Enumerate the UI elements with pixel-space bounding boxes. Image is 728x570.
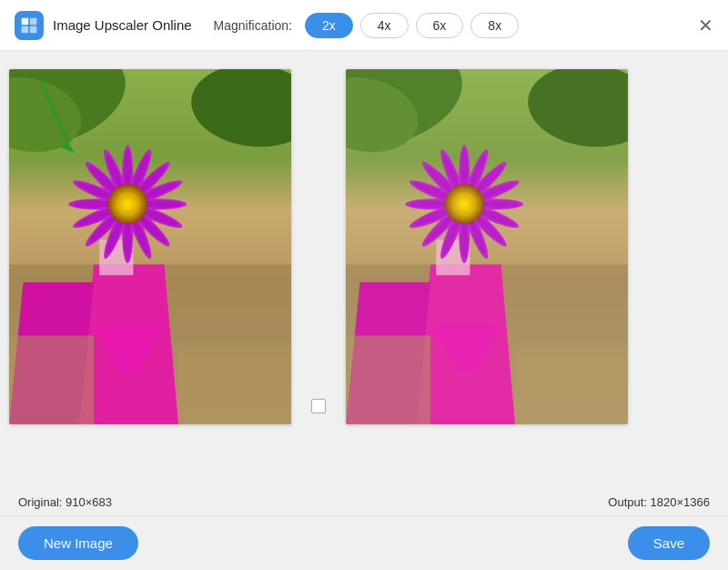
center-divider xyxy=(291,69,346,424)
output-label: Output: 1820×1366 xyxy=(391,494,719,510)
close-button[interactable]: ✕ xyxy=(698,16,713,35)
original-label: Original: 910×683 xyxy=(9,494,337,510)
original-label-text: Original: 910×683 xyxy=(18,495,112,509)
arrow-svg xyxy=(36,78,91,160)
arrow-indicator xyxy=(36,78,91,164)
svg-rect-0 xyxy=(22,17,29,25)
output-image-wrapper xyxy=(346,69,628,424)
compare-checkbox[interactable] xyxy=(311,399,326,413)
app-icon-svg xyxy=(20,16,38,35)
svg-line-4 xyxy=(41,83,68,142)
svg-rect-2 xyxy=(30,25,37,33)
save-button[interactable]: Save xyxy=(628,526,710,560)
mag-4x-button[interactable]: 4x xyxy=(360,13,409,38)
magnification-buttons: 2x 4x 6x 8x xyxy=(305,13,519,38)
svg-rect-3 xyxy=(22,25,29,33)
magnification-label: Magnification: xyxy=(214,18,292,33)
image-labels: Original: 910×683 Output: 1820×1366 xyxy=(0,488,728,515)
output-label-text: Output: 1820×1366 xyxy=(608,495,710,509)
header: Image Upscaler Online Magnification: 2x … xyxy=(0,0,728,51)
original-image-panel xyxy=(9,69,291,424)
output-image-panel xyxy=(346,69,628,424)
mag-8x-button[interactable]: 8x xyxy=(470,13,519,38)
mag-2x-button[interactable]: 2x xyxy=(305,13,353,38)
app-icon xyxy=(15,11,44,40)
output-canvas xyxy=(346,69,628,424)
footer: New Image Save xyxy=(0,515,728,570)
svg-rect-1 xyxy=(30,17,37,25)
app-title: Image Upscaler Online xyxy=(53,17,192,33)
mag-6x-button[interactable]: 6x xyxy=(416,13,464,38)
new-image-button[interactable]: New Image xyxy=(18,526,138,560)
svg-marker-5 xyxy=(59,142,75,153)
